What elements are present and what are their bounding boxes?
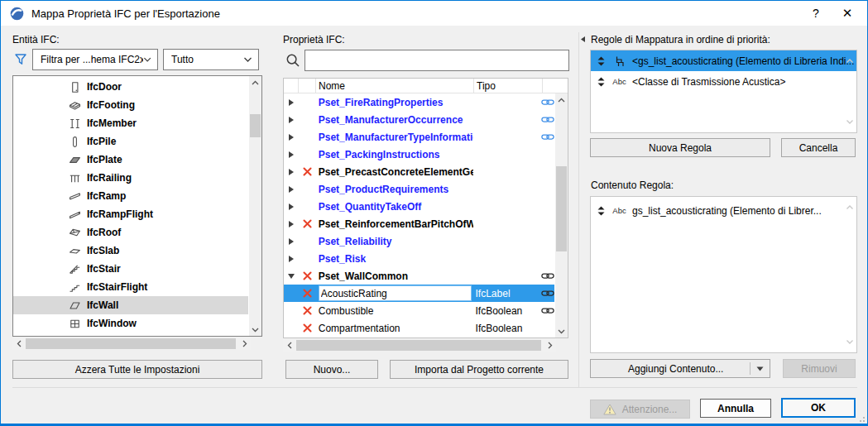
property-name: Pset_PackingInstructions bbox=[316, 146, 473, 163]
entity-row-IfcStairFlight[interactable]: IfcStairFlight bbox=[13, 278, 248, 296]
entity-row-IfcRoof[interactable]: IfcRoof bbox=[13, 223, 248, 242]
collapse-panel-icon[interactable] bbox=[580, 36, 586, 43]
property-row-Pset_Reliability[interactable]: Pset_Reliability bbox=[284, 232, 554, 250]
scroll-right-icon[interactable] bbox=[238, 337, 251, 350]
property-row-Pset_ProductRequirements[interactable]: Pset_ProductRequirements bbox=[284, 180, 554, 198]
scroll-up-icon[interactable] bbox=[844, 55, 855, 66]
property-row-Pset_ManufacturerOccurrence[interactable]: Pset_ManufacturerOccurrence bbox=[284, 111, 554, 128]
entity-list-hscrollbar[interactable] bbox=[12, 337, 251, 350]
new-property-button[interactable]: Nuovo... bbox=[285, 360, 378, 379]
property-row-AcousticRating[interactable]: IfcLabel bbox=[284, 285, 554, 302]
entity-type-combo[interactable]: Tutto bbox=[163, 49, 259, 70]
expand-arrow-icon[interactable] bbox=[288, 98, 295, 107]
delete-rule-button[interactable]: Cancella bbox=[781, 138, 856, 157]
entity-label: IfcPile bbox=[87, 136, 116, 147]
abc-icon: Abc bbox=[612, 77, 626, 86]
scroll-thumb[interactable] bbox=[296, 340, 541, 351]
pile-icon bbox=[69, 136, 81, 148]
expand-arrow-icon[interactable] bbox=[288, 220, 295, 228]
entity-row-IfcRampFlight[interactable]: IfcRampFlight bbox=[13, 205, 248, 223]
mapping-rule-row-2[interactable]: Abc<Classe di Trasmissione Acustica> bbox=[591, 71, 856, 92]
scroll-down-icon[interactable] bbox=[844, 117, 855, 127]
ok-button[interactable]: OK bbox=[781, 398, 856, 418]
expand-arrow-icon[interactable] bbox=[288, 203, 295, 211]
scroll-down-icon[interactable] bbox=[555, 325, 568, 337]
entity-row-IfcDoor[interactable]: IfcDoor bbox=[13, 78, 248, 96]
add-content-button[interactable]: Aggiungi Contenuto... bbox=[590, 359, 770, 378]
expand-arrow-icon[interactable] bbox=[288, 168, 295, 176]
warning-button[interactable]: Attenzione... bbox=[590, 400, 690, 419]
scroll-left-icon[interactable] bbox=[12, 337, 25, 350]
property-row-Pset_PackingInstructions[interactable]: Pset_PackingInstructions bbox=[284, 146, 554, 163]
scroll-up-icon[interactable] bbox=[555, 93, 568, 106]
close-button[interactable]: ✕ bbox=[832, 1, 862, 26]
expand-arrow-icon[interactable] bbox=[288, 255, 295, 263]
help-button[interactable]: ? bbox=[801, 1, 831, 26]
scroll-up-icon[interactable] bbox=[844, 202, 855, 213]
reorder-icon[interactable] bbox=[597, 56, 605, 66]
property-table-hscrollbar[interactable] bbox=[283, 339, 556, 352]
entity-row-IfcRamp[interactable]: IfcRamp bbox=[13, 187, 248, 205]
collapse-arrow-icon[interactable] bbox=[287, 273, 295, 280]
entity-list-vscrollbar[interactable] bbox=[249, 76, 261, 336]
property-row-Pset_FireRatingProperties[interactable]: Pset_FireRatingProperties bbox=[284, 93, 554, 111]
expand-arrow-icon[interactable] bbox=[288, 151, 295, 159]
entity-row-IfcPlate[interactable]: IfcPlate bbox=[13, 151, 248, 169]
scroll-thumb[interactable] bbox=[556, 166, 567, 251]
property-name: Pset_WallCommon bbox=[316, 267, 473, 285]
schema-filter-combo[interactable]: Filtra per ...hema IFC2x3 bbox=[32, 49, 158, 70]
scroll-right-icon[interactable] bbox=[544, 339, 556, 352]
property-name-input[interactable] bbox=[319, 288, 471, 299]
expand-arrow-icon[interactable] bbox=[288, 116, 295, 124]
scroll-left-icon[interactable] bbox=[283, 339, 295, 352]
member-icon bbox=[69, 117, 81, 130]
property-row-Pset_ReinforcementBarPitchOfWall[interactable]: Pset_ReinforcementBarPitchOfWall bbox=[284, 215, 554, 232]
header-name[interactable]: Nome bbox=[316, 79, 474, 93]
header-type[interactable]: Tipo bbox=[474, 79, 543, 93]
property-search-input[interactable] bbox=[305, 50, 568, 70]
property-type bbox=[473, 163, 542, 180]
entity-row-IfcFooting[interactable]: IfcFooting bbox=[13, 96, 248, 114]
new-rule-button[interactable]: Nuova Regola bbox=[590, 138, 770, 157]
abc-icon: Abc bbox=[612, 206, 626, 215]
import-from-project-button[interactable]: Importa dal Progetto corrente bbox=[390, 360, 568, 379]
resize-grip[interactable] bbox=[856, 413, 865, 422]
reset-all-settings-button[interactable]: Azzera Tutte le Impostazioni bbox=[12, 360, 262, 379]
property-row-Pset_ManufacturerTypeInformation[interactable]: Pset_ManufacturerTypeInformation bbox=[284, 128, 554, 146]
property-row-Compartmentation[interactable]: CompartmentationIfcBoolean bbox=[284, 319, 554, 337]
entity-row-IfcSlab[interactable]: IfcSlab bbox=[13, 242, 248, 260]
mapping-rule-row-1[interactable]: <gs_list_acousticrating (Elemento di Lib… bbox=[591, 50, 856, 71]
scroll-up-icon[interactable] bbox=[249, 76, 261, 89]
property-row-Pset_Risk[interactable]: Pset_Risk bbox=[284, 250, 554, 267]
property-row-Pset_PrecastConcreteElementGen...[interactable]: Pset_PrecastConcreteElementGen... bbox=[284, 163, 554, 180]
entity-label: IfcWindow bbox=[87, 318, 137, 329]
filter-funnel-icon[interactable] bbox=[14, 53, 27, 66]
chevron-down-icon bbox=[243, 56, 252, 63]
property-name: Pset_Risk bbox=[316, 250, 473, 267]
reorder-icon[interactable] bbox=[597, 77, 605, 87]
expand-arrow-icon[interactable] bbox=[288, 185, 295, 194]
property-table-vscrollbar[interactable] bbox=[555, 93, 568, 337]
property-row-Pset_QuantityTakeOff[interactable]: Pset_QuantityTakeOff bbox=[284, 198, 554, 215]
property-row-Pset_WallCommon[interactable]: Pset_WallCommon bbox=[284, 267, 554, 285]
expand-arrow-icon[interactable] bbox=[288, 133, 295, 141]
entity-row-IfcMember[interactable]: IfcMember bbox=[13, 114, 248, 132]
scroll-thumb[interactable] bbox=[26, 338, 236, 349]
cancel-button[interactable]: Annulla bbox=[700, 399, 771, 418]
remove-content-button[interactable]: Rimuovi bbox=[783, 359, 856, 378]
entity-row-IfcPile[interactable]: IfcPile bbox=[13, 132, 248, 151]
scroll-down-icon[interactable] bbox=[844, 337, 855, 347]
rule-content-row-1[interactable]: Abcgs_list_acousticrating (Elemento di L… bbox=[591, 200, 856, 221]
panel-separator bbox=[578, 32, 579, 387]
entity-row-IfcWall[interactable]: IfcWall bbox=[13, 296, 248, 314]
property-row-Combustible[interactable]: CombustibleIfcBoolean bbox=[284, 302, 554, 319]
dropdown-arrow-icon[interactable] bbox=[751, 360, 770, 377]
entity-row-IfcWindow[interactable]: IfcWindow bbox=[13, 314, 248, 333]
scroll-down-icon[interactable] bbox=[249, 323, 261, 336]
ramp-flight-icon bbox=[69, 208, 81, 221]
reorder-icon[interactable] bbox=[597, 206, 605, 216]
expand-arrow-icon[interactable] bbox=[288, 237, 295, 246]
scroll-thumb[interactable] bbox=[250, 114, 261, 137]
entity-row-IfcStair[interactable]: IfcStair bbox=[13, 260, 248, 278]
entity-row-IfcRailing[interactable]: IfcRailing bbox=[13, 169, 248, 187]
